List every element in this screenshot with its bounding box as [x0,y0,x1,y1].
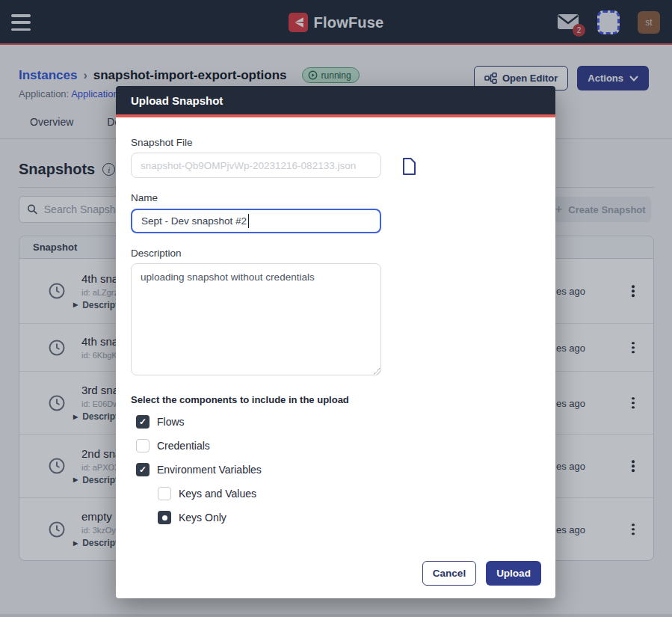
upload-snapshot-modal: Upload Snapshot Snapshot File Name Descr… [116,86,555,598]
choose-file-button[interactable] [401,157,417,176]
description-label: Description [131,248,182,259]
modal-footer: Cancel Upload [116,561,555,586]
snapshot-file-label: Snapshot File [131,137,193,148]
checkbox-row-keys-and-values[interactable]: Keys and Values [158,487,256,500]
modal-header: Upload Snapshot [116,86,555,117]
environment-variables-label: Environment Variables [157,464,262,476]
snapshot-file-input[interactable] [131,153,381,178]
name-input[interactable] [131,209,381,233]
components-label: Select the components to include in the … [131,394,349,405]
upload-button[interactable]: Upload [486,561,541,586]
checkbox-row-credentials[interactable]: Credentials [136,439,210,452]
credentials-checkbox[interactable] [136,439,149,452]
description-textarea[interactable]: uploading snapshot without credentials [131,263,381,375]
checkbox-row-environment-variables[interactable]: ✓ Environment Variables [136,463,262,476]
keys-and-values-checkbox[interactable] [158,487,171,500]
text-caret [248,214,249,228]
dot-icon [162,515,167,521]
cancel-button[interactable]: Cancel [422,561,476,586]
check-icon: ✓ [139,417,147,426]
environment-variables-checkbox[interactable]: ✓ [136,463,149,476]
name-label: Name [131,192,158,203]
modal-title: Upload Snapshot [131,94,223,107]
checkbox-row-flows[interactable]: ✓ Flows [136,415,185,429]
keys-and-values-label: Keys and Values [179,488,256,500]
keys-only-label: Keys Only [179,512,226,524]
flows-checkbox[interactable]: ✓ [136,415,149,429]
credentials-label: Credentials [157,440,210,452]
checkbox-row-keys-only[interactable]: Keys Only [158,511,226,524]
document-icon [401,157,417,176]
check-icon: ✓ [139,465,147,474]
keys-only-checkbox[interactable] [158,511,171,524]
flows-label: Flows [157,416,185,428]
